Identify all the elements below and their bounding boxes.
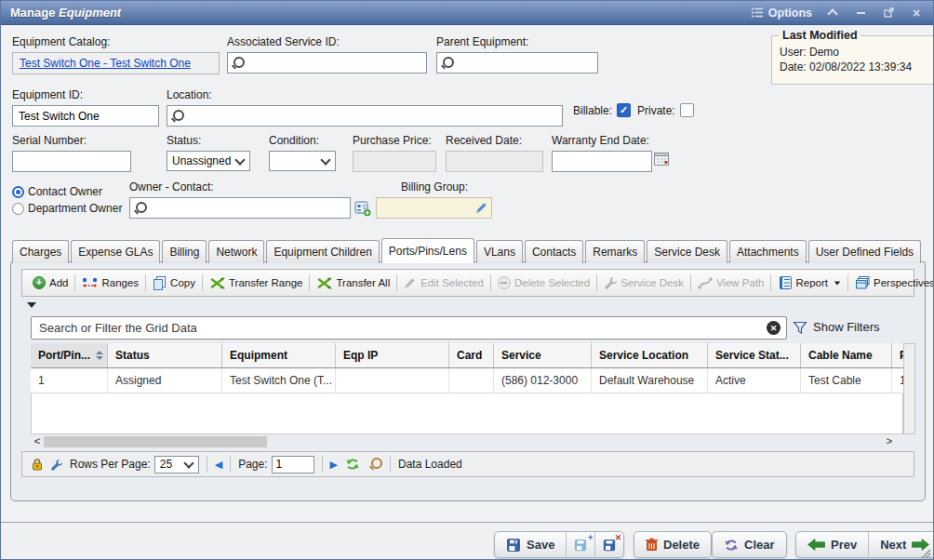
private-checkbox[interactable]	[680, 103, 694, 117]
column-header-equipment[interactable]: Equipment	[222, 343, 336, 367]
close-button[interactable]: ×	[909, 6, 924, 20]
save-and-new-button[interactable]: +	[567, 532, 595, 557]
lock-grid-button[interactable]	[32, 458, 43, 471]
popout-button[interactable]	[881, 6, 896, 20]
grid-tools-button[interactable]	[50, 459, 62, 471]
column-header-cable-name[interactable]: Cable Name	[801, 343, 892, 367]
scroll-left-arrow[interactable]: <	[31, 435, 44, 447]
add-contact-button[interactable]	[354, 201, 371, 217]
tab-ports-pins-lens[interactable]: Ports/Pins/Lens	[381, 238, 474, 263]
warranty-end-date-input[interactable]	[556, 154, 647, 169]
add-button[interactable]: Add	[28, 273, 73, 292]
contact-owner-radio[interactable]: Contact Owner	[12, 185, 122, 198]
perspectives-button[interactable]: Perspectives	[850, 273, 934, 292]
report-button[interactable]: Report	[773, 273, 846, 292]
save-button-group: Save + ✕	[494, 531, 624, 558]
save-icon	[506, 538, 521, 553]
delete-button[interactable]: Delete	[634, 532, 711, 557]
service-desk-button: Service Desk	[599, 273, 688, 292]
calendar-picker-button[interactable]	[654, 152, 669, 166]
ranges-button[interactable]: Ranges	[77, 274, 143, 291]
tab-vlans[interactable]: VLans	[476, 240, 523, 263]
tab-charges[interactable]: Charges	[12, 240, 69, 263]
grid-row-1[interactable]: 1 Assigned Test Switch One (T... (586) 0…	[31, 368, 903, 393]
department-owner-radio[interactable]: Department Owner	[12, 202, 122, 215]
save-and-close-button[interactable]: ✕	[595, 532, 623, 557]
column-header-pairs[interactable]: P...	[892, 343, 903, 367]
department-owner-label: Department Owner	[28, 202, 122, 215]
column-label: Card	[457, 349, 482, 362]
show-filters-button[interactable]: Show Filters	[793, 320, 880, 334]
tab-billing[interactable]: Billing	[162, 240, 207, 263]
clear-refresh-icon	[724, 539, 739, 552]
grid-cell-service-status: Active	[708, 368, 801, 393]
arrow-left-icon	[807, 539, 825, 551]
search-grid-button[interactable]	[367, 458, 382, 471]
owner-contact-field: Owner - Contact:	[129, 180, 351, 219]
column-header-card[interactable]: Card	[449, 343, 494, 367]
tab-network[interactable]: Network	[208, 240, 264, 263]
clear-search-button[interactable]: ✕	[767, 321, 781, 335]
scroll-right-arrow[interactable]: >	[883, 435, 896, 447]
associated-service-id-input[interactable]	[249, 56, 422, 71]
equipment-catalog-field: Equipment Catalog: Test Switch One - Tes…	[12, 35, 220, 74]
edit-billing-group-button[interactable]	[475, 202, 487, 214]
toolbar-separator	[770, 274, 771, 291]
condition-field: Condition:	[269, 134, 336, 171]
toolbar-separator	[596, 274, 597, 291]
save-button[interactable]: Save	[495, 532, 567, 557]
column-header-status[interactable]: Status	[108, 343, 222, 367]
titlebar[interactable]: Manage Equipment Options ×	[1, 1, 933, 25]
minimize-button[interactable]	[853, 6, 868, 20]
options-button[interactable]: Options	[752, 7, 812, 20]
clear-button[interactable]: Clear	[713, 532, 786, 557]
grid-status-text: Data Loaded	[398, 458, 462, 471]
owner-contact-input[interactable]	[152, 201, 346, 216]
contact-owner-label: Contact Owner	[28, 185, 102, 198]
tab-expense-glas[interactable]: Expense GLAs	[71, 240, 160, 263]
serial-number-input[interactable]	[17, 154, 127, 169]
perspectives-icon	[855, 276, 870, 289]
column-label: Equipment	[230, 349, 287, 362]
tab-equipment-children[interactable]: Equipment Children	[266, 240, 379, 263]
collapse-button[interactable]	[825, 6, 840, 20]
next-page-button[interactable]: ▶	[330, 459, 338, 471]
chevron-down-icon	[834, 281, 840, 285]
transfer-range-button[interactable]: Transfer Range	[205, 274, 307, 292]
previous-page-button[interactable]: ◀	[215, 459, 222, 471]
tab-remarks[interactable]: Remarks	[585, 240, 645, 263]
tab-user-defined-fields[interactable]: User Defined Fields	[808, 240, 921, 263]
parent-equipment-input[interactable]	[459, 56, 594, 71]
column-header-service[interactable]: Service	[494, 343, 592, 367]
column-label: Status	[115, 349, 150, 362]
scrollbar-thumb[interactable]	[44, 436, 267, 447]
tab-attachments[interactable]: Attachments	[729, 240, 807, 263]
billable-checkbox[interactable]	[617, 103, 631, 117]
column-header-port-pin[interactable]: Port/Pin...	[31, 343, 108, 367]
associated-service-id-field: Associated Service ID:	[227, 35, 427, 73]
page-number-input[interactable]	[272, 456, 314, 473]
grid-search-box: ✕	[31, 316, 787, 340]
resize-grip[interactable]	[920, 548, 931, 559]
grid-search-input[interactable]	[32, 321, 767, 335]
toolbar-overflow-button[interactable]	[27, 302, 36, 308]
copy-button[interactable]: Copy	[148, 273, 200, 293]
location-input[interactable]	[189, 109, 558, 124]
column-header-eqp-ip[interactable]: Eqp IP	[336, 343, 449, 367]
view-path-icon	[698, 277, 713, 289]
column-header-service-status[interactable]: Service Stat...	[708, 343, 801, 367]
equipment-catalog-link[interactable]: Test Switch One - Test Switch One	[20, 57, 191, 70]
equipment-id-input[interactable]	[17, 109, 154, 124]
prev-button[interactable]: Prev	[796, 532, 869, 557]
tab-service-desk[interactable]: Service Desk	[647, 240, 727, 263]
refresh-grid-button[interactable]	[345, 458, 360, 471]
vertical-scrollbar[interactable]	[903, 343, 915, 434]
toolbar-separator	[690, 274, 691, 291]
status-select[interactable]: Unassigned	[167, 151, 250, 171]
title-prefix: Manage	[10, 6, 55, 20]
tab-contacts[interactable]: Contacts	[525, 240, 583, 263]
rows-per-page-select[interactable]: 25	[154, 456, 199, 473]
column-header-service-location[interactable]: Service Location	[592, 343, 708, 367]
condition-select[interactable]	[269, 151, 336, 171]
transfer-all-button[interactable]: Transfer All	[312, 274, 394, 292]
